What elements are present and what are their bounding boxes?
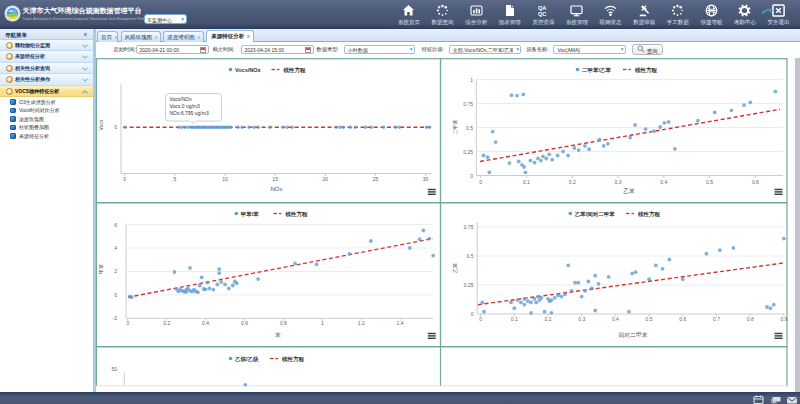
svg-text:Vocs/NOx: Vocs/NOx xyxy=(170,96,193,102)
svg-text:线性方程: 线性方程 xyxy=(634,67,658,74)
svg-text:0.2: 0.2 xyxy=(163,320,170,326)
svg-text:线性方程: 线性方程 xyxy=(637,211,661,218)
svg-text:NOx: NOx xyxy=(271,186,283,192)
svg-text:0.25: 0.25 xyxy=(464,282,474,288)
svg-text:0.6: 0.6 xyxy=(752,179,759,185)
svg-text:乙苯: 乙苯 xyxy=(452,263,458,273)
svg-text:2: 2 xyxy=(114,268,117,274)
svg-text:0.6: 0.6 xyxy=(679,316,686,322)
svg-text:线性方程: 线性方程 xyxy=(283,67,307,74)
svg-text:6: 6 xyxy=(114,222,117,228)
svg-text:0.9: 0.9 xyxy=(780,316,787,322)
svg-text:1: 1 xyxy=(470,77,473,83)
svg-text:0.5: 0.5 xyxy=(646,316,653,322)
svg-text:-2: -2 xyxy=(113,315,118,321)
svg-text:乙烷/乙炔: 乙烷/乙炔 xyxy=(235,356,259,363)
svg-text:0.6: 0.6 xyxy=(241,320,248,326)
svg-text:0.75: 0.75 xyxy=(463,101,473,107)
svg-text:0: 0 xyxy=(479,179,482,185)
svg-text:5: 5 xyxy=(173,176,176,182)
svg-text:甲苯: 甲苯 xyxy=(98,264,104,274)
svg-text:间对二甲苯: 间对二甲苯 xyxy=(619,332,648,339)
svg-text:15: 15 xyxy=(272,176,278,182)
svg-text:0.8: 0.8 xyxy=(280,320,287,326)
svg-text:0.7: 0.7 xyxy=(713,316,720,322)
svg-text:Vocs/NOx: Vocs/NOx xyxy=(235,67,262,73)
svg-text:NOx:6.795 ug/m3: NOx:6.795 ug/m3 xyxy=(170,110,209,116)
svg-text:0.5: 0.5 xyxy=(466,125,473,131)
svg-text:0.5: 0.5 xyxy=(467,253,474,259)
svg-text:0.3: 0.3 xyxy=(578,316,585,322)
svg-text:20: 20 xyxy=(323,176,329,182)
svg-text:1.2: 1.2 xyxy=(358,320,365,326)
svg-text:1: 1 xyxy=(321,320,324,326)
svg-text:0.25: 0.25 xyxy=(463,149,473,155)
svg-text:0.8: 0.8 xyxy=(747,316,754,322)
svg-text:0.2: 0.2 xyxy=(569,179,576,185)
svg-text:0.1: 0.1 xyxy=(511,316,518,322)
svg-text:10: 10 xyxy=(222,176,228,182)
svg-text:1.4: 1.4 xyxy=(397,320,404,326)
svg-text:二甲苯: 二甲苯 xyxy=(452,120,458,135)
svg-text:甲苯/苯: 甲苯/苯 xyxy=(241,211,260,218)
svg-text:二甲苯/乙苯: 二甲苯/乙苯 xyxy=(582,67,612,74)
svg-text:25: 25 xyxy=(373,176,379,182)
svg-text:0.5: 0.5 xyxy=(706,179,713,185)
svg-text:Vocs: Vocs xyxy=(98,119,104,130)
svg-text:50: 50 xyxy=(111,366,117,372)
svg-text:乙苯/间对二甲苯: 乙苯/间对二甲苯 xyxy=(575,211,616,218)
svg-text:Vocs:0 ug/m3: Vocs:0 ug/m3 xyxy=(170,103,201,109)
svg-text:线性方程: 线性方程 xyxy=(285,211,309,218)
svg-text:4: 4 xyxy=(114,245,117,251)
svg-text:0.4: 0.4 xyxy=(202,320,209,326)
svg-text:30: 30 xyxy=(423,176,429,182)
svg-text:0.2: 0.2 xyxy=(545,316,552,322)
svg-text:QC: QC xyxy=(538,11,546,17)
svg-text:0.75: 0.75 xyxy=(464,224,474,230)
svg-text:0: 0 xyxy=(470,173,473,179)
svg-text:0: 0 xyxy=(479,316,482,322)
svg-text:线性方程: 线性方程 xyxy=(281,356,305,363)
svg-text:乙苯: 乙苯 xyxy=(623,187,635,194)
svg-text:0.4: 0.4 xyxy=(612,316,619,322)
svg-text:0: 0 xyxy=(114,124,117,130)
svg-text:苯: 苯 xyxy=(275,332,281,338)
svg-text:0: 0 xyxy=(114,292,117,298)
svg-text:0.1: 0.1 xyxy=(523,179,530,185)
svg-text:0: 0 xyxy=(123,176,126,182)
svg-text:0: 0 xyxy=(471,311,474,317)
svg-text:0: 0 xyxy=(126,320,129,326)
svg-text:0.3: 0.3 xyxy=(615,179,622,185)
svg-text:0.4: 0.4 xyxy=(660,179,667,185)
